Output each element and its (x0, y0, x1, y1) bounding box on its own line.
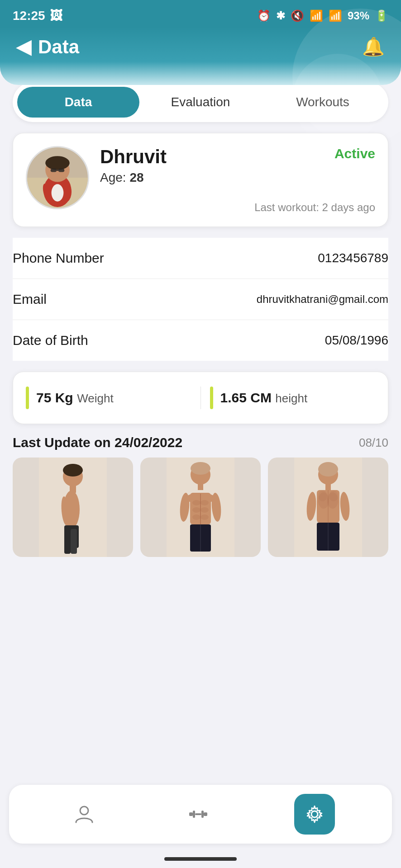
svg-rect-53 (193, 811, 195, 818)
svg-point-46 (329, 491, 338, 501)
svg-point-29 (192, 507, 200, 513)
dob-row: Date of Birth 05/08/1996 (13, 320, 388, 361)
battery-text: 93% (348, 9, 369, 22)
dob-label: Date of Birth (13, 333, 88, 348)
update-count: 08/10 (359, 436, 388, 450)
nav-workouts[interactable] (180, 796, 216, 832)
weight-bar (26, 387, 29, 409)
status-bar: 12:25 🖼 ⏰ ✱ 🔇 📶 📶 93% 🔋 (0, 0, 401, 27)
nav-profile[interactable] (66, 796, 102, 832)
svg-point-13 (63, 464, 83, 476)
profile-name: Dhruvit (100, 146, 167, 168)
avatar (26, 146, 89, 209)
nav-settings[interactable] (294, 794, 335, 835)
bluetooth-icon: ✱ (276, 9, 285, 22)
person-icon (74, 804, 94, 824)
wifi-icon: 📶 (310, 9, 323, 22)
photo-side-left[interactable] (13, 458, 133, 557)
profile-status: Active (334, 146, 375, 161)
photo-back[interactable] (268, 458, 388, 557)
svg-point-28 (200, 500, 209, 505)
svg-point-39 (318, 462, 338, 476)
svg-point-5 (45, 156, 70, 170)
gear-icon (305, 804, 325, 824)
svg-point-51 (80, 807, 88, 815)
tab-workouts[interactable]: Workouts (262, 87, 384, 118)
home-indicator (164, 857, 237, 861)
dumbbell-icon (188, 804, 208, 824)
svg-rect-52 (189, 812, 193, 816)
photo-grid (13, 458, 388, 557)
alarm-icon: ⏰ (257, 9, 271, 22)
stat-divider (200, 387, 201, 409)
svg-point-31 (192, 514, 200, 520)
phone-value: 0123456789 (318, 251, 388, 265)
svg-rect-40 (325, 484, 331, 490)
email-row: Email dhruvitkhatrani@gmail.com (13, 279, 388, 320)
app-header: ◀ Data 🔔 (0, 27, 401, 85)
height-value: 1.65 CM (220, 390, 272, 405)
svg-rect-6 (51, 169, 57, 172)
height-stat: 1.65 CM height (210, 387, 376, 409)
svg-point-27 (192, 500, 200, 505)
height-bar (210, 387, 213, 409)
email-value: dhruvitkhatrani@gmail.com (257, 293, 388, 306)
photo-front[interactable] (140, 458, 261, 557)
signal-icon: 📶 (329, 9, 342, 22)
gallery-icon: 🖼 (50, 8, 62, 23)
status-time: 12:25 (13, 9, 45, 23)
bottom-nav (9, 785, 392, 844)
svg-point-22 (191, 462, 210, 475)
svg-rect-23 (198, 484, 203, 490)
dob-value: 05/08/1996 (325, 333, 388, 348)
weight-value: 75 Kg (36, 390, 73, 405)
info-section: Phone Number 0123456789 Email dhruvitkha… (13, 238, 388, 361)
age-label: Age: (100, 170, 126, 184)
svg-rect-19 (71, 529, 77, 554)
age-value: 28 (129, 170, 143, 184)
tab-data[interactable]: Data (17, 87, 139, 118)
svg-rect-56 (204, 812, 207, 816)
svg-rect-7 (58, 169, 64, 172)
profile-info: Dhruvit Active Age: 28 Last workout: 2 d… (100, 146, 375, 214)
profile-age: Age: 28 (100, 170, 375, 185)
mute-icon: 🔇 (291, 9, 304, 22)
back-button[interactable]: ◀ (16, 36, 31, 58)
weight-stat: 75 Kg Weight (26, 387, 191, 409)
tab-bar: Data Evaluation Workouts (13, 82, 388, 122)
header-title: Data (38, 36, 79, 58)
phone-row: Phone Number 0123456789 (13, 238, 388, 279)
height-label: height (275, 392, 307, 405)
stats-card: 75 Kg Weight 1.65 CM height (13, 372, 388, 424)
last-workout: Last workout: 2 days ago (100, 201, 375, 214)
tab-evaluation[interactable]: Evaluation (139, 87, 262, 118)
battery-icon: 🔋 (375, 9, 388, 22)
svg-point-3 (52, 184, 64, 201)
svg-point-32 (200, 514, 209, 520)
svg-rect-18 (64, 529, 71, 554)
svg-point-30 (200, 507, 209, 513)
phone-label: Phone Number (13, 250, 104, 266)
update-section: Last Update on 24/02/2022 08/10 (13, 435, 388, 557)
update-title: Last Update on 24/02/2022 (13, 435, 182, 450)
email-label: Email (13, 292, 47, 307)
svg-rect-55 (201, 811, 204, 818)
weight-label: Weight (77, 392, 113, 405)
profile-card: Dhruvit Active Age: 28 Last workout: 2 d… (13, 133, 388, 227)
svg-rect-54 (195, 813, 201, 815)
svg-point-45 (318, 491, 327, 501)
svg-point-57 (311, 811, 318, 817)
notification-bell-icon[interactable]: 🔔 (362, 36, 385, 57)
